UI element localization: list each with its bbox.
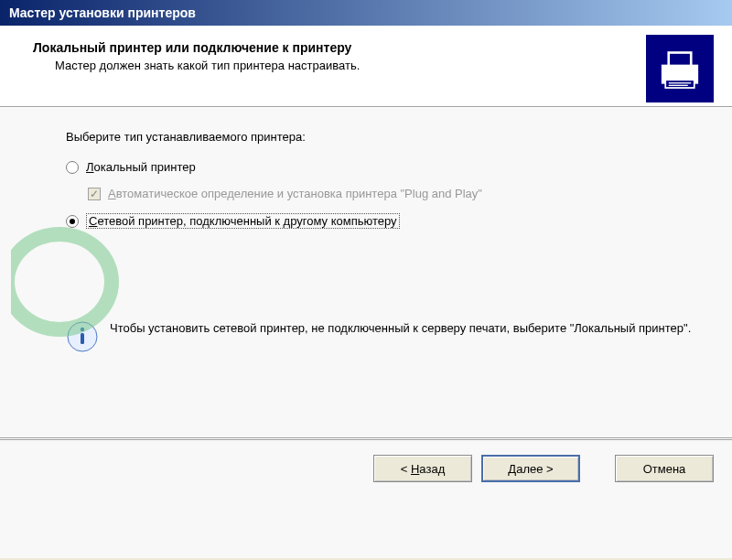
option-network-label: Сетевой принтер, подключенный к другому … (86, 213, 400, 229)
next-button[interactable]: Далее > (481, 455, 580, 482)
header-texts: Локальный принтер или подключение к прин… (33, 40, 646, 72)
info-block: Чтобы установить сетевой принтер, не под… (66, 320, 695, 353)
prompt-text: Выберите тип устанавливаемого принтера: (66, 130, 695, 144)
svg-rect-7 (81, 333, 84, 344)
wizard-body: Выберите тип устанавливаемого принтера: … (0, 108, 732, 437)
back-button[interactable]: < Назад (373, 455, 472, 482)
gap (589, 455, 606, 482)
radio-local-icon (66, 161, 79, 174)
footer: < Назад Далее > Отмена (0, 439, 732, 497)
info-text: Чтобы установить сетевой принтер, не под… (110, 320, 691, 338)
option-local-label: Локальный принтер (86, 160, 196, 174)
printer-icon (646, 35, 714, 102)
page-subtitle: Мастер должен знать какой тип принтера н… (55, 59, 646, 72)
checkbox-icon: ✓ (88, 188, 101, 200)
option-local-printer[interactable]: Локальный принтер (66, 160, 695, 174)
dialog: Локальный принтер или подключение к прин… (0, 26, 732, 558)
checkbox-autodetect: ✓ Автоматическое определение и установка… (88, 187, 695, 200)
svg-point-6 (81, 328, 84, 331)
info-icon (66, 320, 99, 353)
option-network-printer[interactable]: Сетевой принтер, подключенный к другому … (66, 213, 695, 229)
cancel-button[interactable]: Отмена (615, 455, 714, 482)
page-title: Локальный принтер или подключение к прин… (33, 40, 646, 55)
titlebar-text: Мастер установки принтеров (9, 5, 196, 20)
titlebar: Мастер установки принтеров (0, 0, 732, 26)
svg-rect-2 (665, 80, 694, 88)
checkbox-autodetect-label: Автоматическое определение и установка п… (108, 187, 482, 200)
radio-network-icon (66, 215, 79, 228)
wizard-header: Локальный принтер или подключение к прин… (0, 26, 732, 106)
